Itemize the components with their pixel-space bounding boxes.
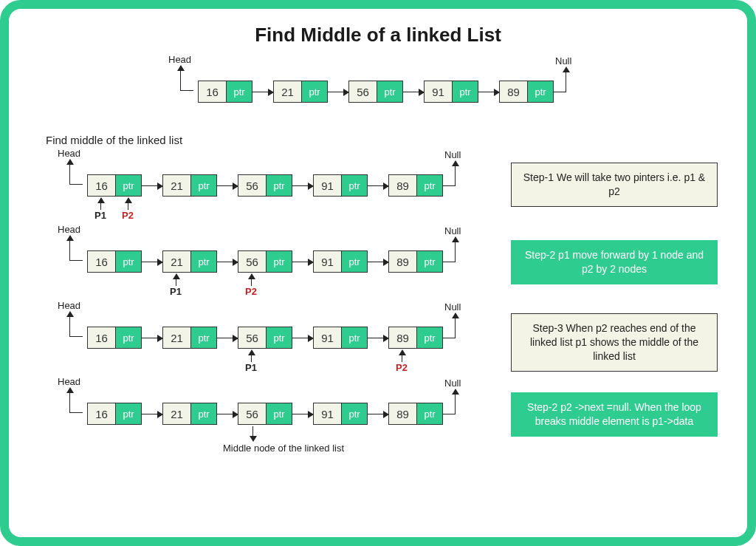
null-arrow [455,313,456,338]
linked-list-step2: Head16ptr21ptr56ptr91ptr89ptrNullP1P2 [46,224,504,294]
node-ptr: ptr [191,403,216,424]
node-value: 56 [238,175,267,196]
node-value: 56 [238,403,267,424]
list-node: 91ptr [313,327,368,349]
next-arrow [368,338,388,338]
list-node: 56ptr [238,174,292,197]
step4-row: Head16ptr21ptr56ptr91ptr89ptrNullMiddle … [31,376,725,457]
node-ptr: ptr [342,175,367,196]
p1-pointer-label: P1 [245,362,257,373]
null-label: Null [555,55,571,66]
p1-pointer-arrow [100,198,101,210]
list-node: 56ptr [238,327,292,349]
next-arrow [217,414,238,414]
list-node: 56ptr [238,403,292,425]
node-value: 89 [500,81,528,102]
list-node: 16ptr [87,327,142,349]
node-ptr: ptr [342,327,367,348]
node-value: 89 [389,251,417,272]
list-node: 21ptr [162,174,217,197]
middle-label: Middle node of the linked list [223,443,344,454]
list-node: 89ptr [388,174,443,197]
node-ptr: ptr [417,403,442,424]
head-arrow [69,160,70,185]
p1-pointer-arrow [251,350,252,362]
node-value: 89 [389,175,417,196]
node-ptr: ptr [116,251,141,272]
next-arrow [292,262,313,262]
step2-row: Head16ptr21ptr56ptr91ptr89ptrNullP1P2 St… [31,224,725,294]
node-value: 21 [163,403,191,424]
next-arrow [142,414,162,414]
step4-box: Step-2 p2 ->next =null. When the loop br… [511,392,718,437]
next-arrow [478,92,499,92]
node-value: 91 [314,251,342,272]
list-node: 91ptr [313,403,368,425]
reference-list-row: Head16ptr21ptr56ptr91ptr89ptrNull [31,54,725,128]
list-node: 16ptr [87,250,142,273]
list-node: 89ptr [388,403,443,425]
null-label: Null [444,378,461,389]
null-connector [554,92,566,92]
p2-pointer-label: P2 [396,362,408,373]
step1-row: Head16ptr21ptr56ptr91ptr89ptrNullP1P2 St… [31,148,725,218]
linked-list-top: Head16ptr21ptr56ptr91ptr89ptrNull [157,54,629,128]
node-ptr: ptr [191,175,216,196]
p2-pointer-arrow [402,350,402,362]
step2-box: Step-2 p1 move forward by 1 node and p2 … [511,240,718,284]
node-ptr: ptr [342,403,367,424]
next-arrow [292,185,313,186]
list-node: 21ptr [273,81,328,103]
next-arrow [368,414,388,414]
p1-pointer-label: P1 [94,210,106,221]
null-label: Null [444,149,461,160]
null-arrow [455,389,456,414]
list-node: 91ptr [313,250,368,273]
null-connector [443,185,455,186]
node-ptr: ptr [267,251,292,272]
null-arrow [455,161,456,186]
node-ptr: ptr [116,403,141,424]
p2-pointer-arrow [128,198,128,210]
head-arrow [69,312,70,337]
node-ptr: ptr [302,81,327,102]
head-label: Head [168,54,191,65]
node-value: 16 [88,175,116,196]
head-label: Head [58,224,80,235]
node-ptr: ptr [342,251,367,272]
next-arrow [142,262,162,262]
diagram-frame: Find Middle of a linked List Head16ptr21… [0,0,756,546]
list-node: 16ptr [87,403,142,425]
node-ptr: ptr [191,251,216,272]
next-arrow [292,414,313,414]
node-value: 21 [274,81,302,102]
node-value: 16 [199,81,227,102]
page-title: Find Middle of a linked List [31,24,725,47]
node-value: 16 [88,327,116,348]
p2-pointer-arrow [251,274,252,286]
next-arrow [217,262,238,262]
linked-list-step1: Head16ptr21ptr56ptr91ptr89ptrNullP1P2 [46,148,504,218]
node-ptr: ptr [267,175,292,196]
p1-pointer-arrow [176,274,176,286]
list-node: 89ptr [499,81,554,103]
node-value: 16 [88,403,116,424]
node-ptr: ptr [417,251,442,272]
subtitle: Find middle of the linked list [46,134,725,146]
next-arrow [292,338,313,338]
step3-box: Step-3 When p2 reaches end of the linked… [511,313,718,372]
next-arrow [252,92,273,92]
list-node: 91ptr [313,174,368,197]
list-node: 21ptr [162,403,217,425]
node-value: 89 [389,327,417,348]
node-value: 56 [238,251,267,272]
null-connector [443,414,455,414]
middle-arrow [252,426,253,441]
list-node: 16ptr [87,174,142,197]
node-ptr: ptr [227,81,252,102]
list-node: 56ptr [238,250,292,273]
node-value: 16 [88,251,116,272]
list-node: 56ptr [348,81,403,103]
step1-box: Step-1 We will take two pinters i.e. p1 … [511,163,718,207]
next-arrow [328,92,348,92]
